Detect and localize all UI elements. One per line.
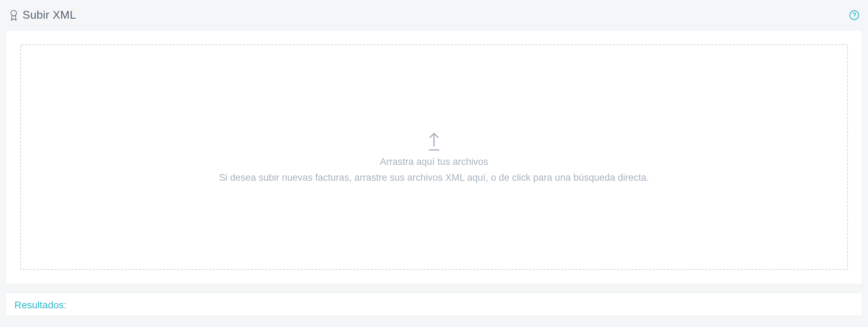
page-title: Subir XML [23, 8, 76, 21]
upload-icon [426, 131, 442, 152]
svg-point-0 [11, 10, 17, 16]
award-ribbon-icon [8, 9, 19, 21]
page-header: Subir XML [6, 6, 862, 30]
upload-card: Arrastra aquí tus archivos Si desea subi… [6, 30, 862, 284]
page-title-group: Subir XML [8, 8, 76, 21]
page-root: Subir XML Arrastra aquí tus archivos Si … [0, 0, 868, 322]
file-dropzone[interactable]: Arrastra aquí tus archivos Si desea subi… [20, 44, 848, 270]
svg-point-2 [854, 17, 855, 18]
results-card: Resultados: [6, 293, 862, 316]
results-title: Resultados: [14, 300, 854, 311]
help-icon[interactable] [849, 10, 860, 20]
svg-point-1 [850, 11, 859, 19]
dropzone-heading: Arrastra aquí tus archivos [380, 156, 488, 167]
dropzone-subtext: Si desea subir nuevas facturas, arrastre… [219, 172, 649, 183]
